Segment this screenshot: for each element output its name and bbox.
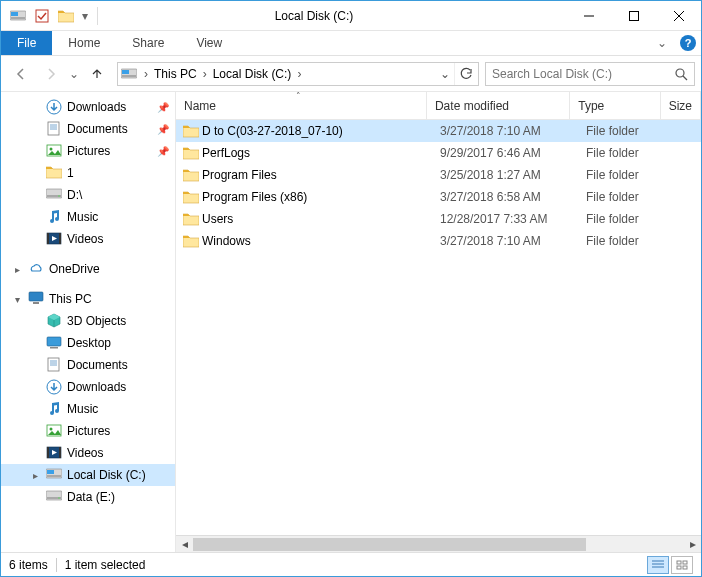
nav-quick-item[interactable]: Documents 📌 [1,118,175,140]
help-button[interactable]: ? [675,31,701,55]
videos-icon [45,444,63,462]
nav-thispc-item[interactable]: 3D Objects [1,310,175,332]
nav-thispc-item[interactable]: Pictures [1,420,175,442]
column-type[interactable]: Type [570,92,660,119]
nav-onedrive[interactable]: ▸ OneDrive [1,258,175,280]
breadcrumb-sep-icon[interactable]: › [293,67,305,81]
close-button[interactable] [656,1,701,30]
status-item-count: 6 items [9,558,48,572]
breadcrumb-sep-icon[interactable]: › [140,67,152,81]
search-icon[interactable] [668,67,694,81]
breadcrumb-current[interactable]: Local Disk (C:) [211,67,294,81]
address-bar[interactable]: › This PC › Local Disk (C:) › ⌄ [117,62,479,86]
file-row[interactable]: Users 12/28/2017 7:33 AM File folder [176,208,701,230]
file-row[interactable]: D to C(03-27-2018_07-10) 3/27/2018 7:10 … [176,120,701,142]
history-dropdown[interactable]: ⌄ [67,67,81,81]
nav-thispc-item[interactable]: Documents [1,354,175,376]
nav-item-label: Music [67,210,98,224]
pin-icon: 📌 [157,124,169,135]
folder-icon [176,190,200,204]
qat-app-icon [7,5,29,27]
up-button[interactable] [83,60,111,88]
file-date: 3/27/2018 6:58 AM [432,190,578,204]
nav-thispc-item[interactable]: Downloads [1,376,175,398]
breadcrumb-sep-icon[interactable]: › [199,67,211,81]
nav-item-label: 3D Objects [67,314,126,328]
nav-thispc-item[interactable]: Music [1,398,175,420]
svg-rect-32 [677,566,681,569]
file-row[interactable]: Windows 3/27/2018 7:10 AM File folder [176,230,701,252]
column-date[interactable]: Date modified [427,92,570,119]
column-size[interactable]: Size [661,92,701,119]
search-box[interactable] [485,62,695,86]
file-row[interactable]: PerfLogs 9/29/2017 6:46 AM File folder [176,142,701,164]
cloud-icon [27,260,45,278]
desktop-icon [45,334,63,352]
file-name: Windows [200,234,432,248]
forward-button[interactable] [37,60,65,88]
scroll-thumb[interactable] [193,538,586,551]
nav-thispc-item[interactable]: Desktop [1,332,175,354]
minimize-button[interactable] [566,1,611,30]
view-large-icons-button[interactable] [671,556,693,574]
svg-rect-30 [677,561,681,564]
address-icon [120,65,138,83]
nav-thispc-item[interactable]: Videos [1,442,175,464]
file-list[interactable]: D to C(03-27-2018_07-10) 3/27/2018 7:10 … [176,120,701,535]
nav-item-label: Videos [67,446,103,460]
folder-icon [176,124,200,138]
disk-icon [45,488,63,506]
column-name[interactable]: Name [176,92,427,119]
file-name: Program Files [200,168,432,182]
nav-item-label: Videos [67,232,103,246]
nav-thispc-item[interactable]: Data (E:) [1,486,175,508]
column-headers[interactable]: ˄ Name Date modified Type Size [176,92,701,120]
ribbon-expand[interactable]: ⌄ [649,31,675,55]
qat-dropdown[interactable]: ▾ [79,5,91,27]
view-details-button[interactable] [647,556,669,574]
videos-icon [45,230,63,248]
nav-quick-item[interactable]: Music [1,206,175,228]
back-button[interactable] [7,60,35,88]
nav-quick-item[interactable]: Videos [1,228,175,250]
nav-item-label: Documents [67,122,128,136]
qat-properties-icon[interactable] [31,5,53,27]
tab-share[interactable]: Share [116,31,180,55]
maximize-button[interactable] [611,1,656,30]
status-selection: 1 item selected [65,558,146,572]
pin-icon: 📌 [157,146,169,157]
navigation-pane[interactable]: Downloads 📌 Documents 📌 Pictures 📌 1 D:\… [1,92,176,552]
breadcrumb-root[interactable]: This PC [152,67,199,81]
file-type: File folder [578,146,670,160]
horizontal-scrollbar[interactable]: ◂ ▸ [176,535,701,552]
nav-item-label: Pictures [67,424,110,438]
file-row[interactable]: Program Files (x86) 3/27/2018 6:58 AM Fi… [176,186,701,208]
svg-rect-33 [683,566,687,569]
nav-item-label: Data (E:) [67,490,115,504]
nav-item-label: Music [67,402,98,416]
tab-home[interactable]: Home [52,31,116,55]
nav-thispc[interactable]: ▾ This PC [1,288,175,310]
nav-quick-item[interactable]: 1 [1,162,175,184]
nav-quick-item[interactable]: Downloads 📌 [1,96,175,118]
nav-thispc-item[interactable]: ▸ Local Disk (C:) [1,464,175,486]
pictures-icon [45,142,63,160]
nav-item-label: This PC [49,292,92,306]
search-input[interactable] [486,67,668,81]
scroll-right-icon[interactable]: ▸ [684,536,701,552]
qat-folder-icon[interactable] [55,5,77,27]
scroll-left-icon[interactable]: ◂ [176,536,193,552]
tab-view[interactable]: View [180,31,238,55]
file-date: 3/27/2018 7:10 AM [432,124,578,138]
file-name: PerfLogs [200,146,432,160]
nav-quick-item[interactable]: Pictures 📌 [1,140,175,162]
address-dropdown[interactable]: ⌄ [436,67,454,81]
nav-item-label: OneDrive [49,262,100,276]
file-row[interactable]: Program Files 3/25/2018 1:27 AM File fol… [176,164,701,186]
file-type: File folder [578,234,670,248]
window-title: Local Disk (C:) [102,9,566,23]
refresh-button[interactable] [454,63,476,85]
file-tab[interactable]: File [1,31,52,55]
downloads-icon [45,378,63,396]
nav-quick-item[interactable]: D:\ [1,184,175,206]
